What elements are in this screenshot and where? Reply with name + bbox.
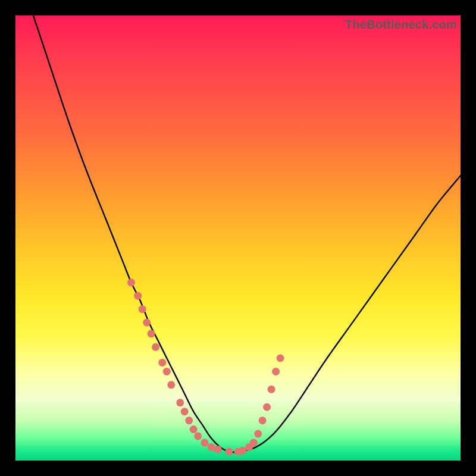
scatter-dot [194, 432, 202, 440]
scatter-dot [226, 448, 233, 456]
scatter-dot [167, 381, 175, 389]
scatter-dot [163, 368, 171, 375]
scatter-dot [254, 430, 262, 438]
chart-frame: TheBottleneck.com [0, 0, 476, 476]
scatter-dot [272, 368, 280, 375]
scatter-dot [143, 319, 151, 327]
scatter-dot [181, 408, 189, 415]
scatter-dot [214, 446, 222, 453]
plot-area: TheBottleneck.com [15, 15, 461, 461]
scatter-dot [158, 359, 166, 367]
chart-svg [15, 15, 461, 461]
scatter-dot [239, 447, 246, 455]
scatter-dot [148, 330, 155, 337]
scatter-dot [263, 403, 271, 411]
scatter-dot [139, 305, 146, 313]
scatter-dot [134, 292, 142, 300]
scatter-dot [268, 386, 275, 393]
scatter-dot [201, 439, 208, 447]
scatter-dot [190, 425, 198, 433]
scatter-dot [259, 416, 267, 424]
scatter-dot [250, 439, 258, 447]
scatter-dot [208, 443, 215, 451]
bottleneck-curve [33, 15, 461, 452]
scatter-dot [152, 343, 159, 351]
scatter-dot [176, 399, 184, 406]
scatter-dot [127, 278, 135, 286]
scatter-dot [277, 355, 284, 362]
scatter-dot [185, 416, 193, 424]
